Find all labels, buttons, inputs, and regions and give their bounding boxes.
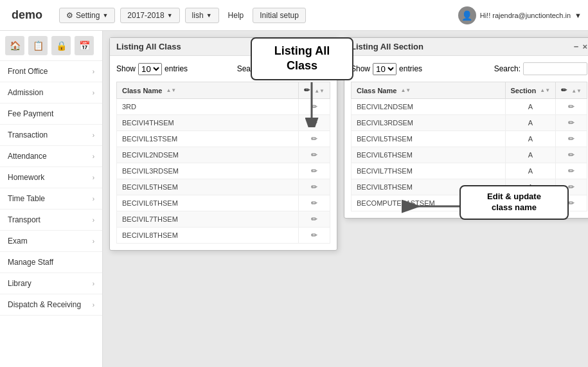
- sidebar-item-exam[interactable]: Exam›: [0, 231, 102, 252]
- sidebar-item-dispatch[interactable]: Dispatch & Receiving›: [0, 294, 102, 316]
- col-section-right: Section ▲▼: [505, 82, 556, 99]
- table-row: BECIVIL5THSEM ✏: [117, 179, 330, 195]
- chevron-right-icon: ›: [93, 301, 94, 309]
- edit-icon[interactable]: ✏: [311, 199, 317, 208]
- chevron-right-icon: ›: [93, 174, 94, 181]
- edit-icon[interactable]: ✏: [568, 199, 575, 208]
- sort-icon-section-right[interactable]: ▲▼: [540, 88, 550, 93]
- sort-icon-class-left[interactable]: ▲▼: [166, 88, 176, 93]
- edit-icon[interactable]: ✏: [568, 183, 575, 192]
- sidebar-item-admission[interactable]: Admission›: [0, 82, 102, 103]
- table-row: BECIVIL6THSEM A ✏: [352, 147, 587, 163]
- lock-icon[interactable]: 🔒: [51, 36, 71, 55]
- edit-cell[interactable]: ✏: [299, 179, 330, 195]
- edit-cell[interactable]: ✏: [556, 163, 587, 179]
- table-row: BECIVIL7THSEM ✏: [117, 211, 330, 228]
- class-name-cell: BECIVIL2NDSEM: [352, 99, 506, 115]
- home-icon[interactable]: 🏠: [5, 36, 24, 55]
- chevron-right-icon: ›: [93, 68, 94, 75]
- edit-icon[interactable]: ✏: [311, 134, 317, 143]
- class-name-cell: BECIVIL6THSEM: [117, 195, 299, 211]
- edit-cell[interactable]: ✏: [299, 228, 330, 244]
- edit-icon[interactable]: ✏: [311, 183, 317, 192]
- class-name-cell: BECIVIL3RDSEM: [352, 115, 506, 131]
- section-cell: A: [505, 163, 556, 179]
- edit-cell[interactable]: ✏: [299, 211, 330, 228]
- user-caret-icon: ▼: [575, 12, 582, 19]
- docs-icon[interactable]: 📋: [28, 36, 48, 55]
- table-row: BECIVIL3RDSEM ✏: [117, 163, 330, 179]
- chevron-right-icon: ›: [93, 238, 94, 245]
- edit-icon[interactable]: ✏: [311, 150, 317, 159]
- section-cell: A: [505, 131, 556, 147]
- table-row: BECIVIL5THSEM A ✏: [352, 131, 587, 147]
- sidebar-item-library[interactable]: Library›: [0, 273, 102, 294]
- minimize-button-right[interactable]: −: [574, 42, 579, 51]
- show-label-left: Show: [116, 64, 136, 73]
- section-cell: A: [505, 115, 556, 131]
- class-name-cell: BECIVIL5THSEM: [117, 179, 299, 195]
- edit-icon[interactable]: ✏: [568, 166, 575, 175]
- sidebar-icon-bar: 🏠 📋 🔒 📅: [0, 31, 102, 61]
- chevron-right-icon: ›: [93, 132, 94, 139]
- entries-label-left: entries: [165, 64, 188, 73]
- sidebar-item-front-office[interactable]: Front Office›: [0, 61, 102, 82]
- initial-setup-button[interactable]: Initial setup: [253, 8, 306, 23]
- show-label-right: Show: [351, 64, 370, 73]
- edit-cell[interactable]: ✏: [299, 163, 330, 179]
- calendar-icon[interactable]: 📅: [75, 36, 94, 55]
- table-row: BECIVIL8THSEM ✏: [117, 228, 330, 244]
- edit-icon[interactable]: ✏: [568, 102, 575, 111]
- annotation-title-box: Listing AllClass: [251, 37, 353, 80]
- entries-label-right: entries: [399, 64, 422, 73]
- lang-caret-icon: ▼: [206, 12, 212, 19]
- edit-icon[interactable]: ✏: [568, 118, 575, 127]
- class-name-cell: BECIVIL7THSEM: [352, 163, 506, 179]
- edit-cell[interactable]: ✏: [299, 195, 330, 211]
- edit-cell[interactable]: ✏: [556, 99, 587, 115]
- edit-icon[interactable]: ✏: [311, 215, 317, 224]
- edit-cell[interactable]: ✏: [556, 131, 587, 147]
- edit-icon[interactable]: ✏: [311, 166, 317, 175]
- section-cell: A: [505, 99, 556, 115]
- arrow-down-icon: [292, 82, 331, 127]
- table-row: BECIVIL2NDSEM ✏: [117, 147, 330, 163]
- section-cell: A: [505, 147, 556, 163]
- chevron-right-icon: ›: [93, 89, 94, 96]
- arrow-left-icon: [395, 197, 466, 216]
- sidebar-item-transport[interactable]: Transport›: [0, 210, 102, 231]
- chevron-right-icon: ›: [93, 153, 94, 160]
- class-name-cell: 3RD: [117, 99, 299, 115]
- class-name-cell: BECIVIL5THSEM: [352, 131, 506, 147]
- year-button[interactable]: 2017-2018 ▼: [120, 8, 179, 23]
- entries-select-left[interactable]: 10 25 50: [138, 63, 162, 75]
- edit-icon[interactable]: ✏: [311, 231, 317, 240]
- edit-cell[interactable]: ✏: [556, 147, 587, 163]
- edit-icon[interactable]: ✏: [568, 150, 575, 159]
- content-area: Listing All Class − × Show 10 25 50: [103, 31, 588, 367]
- edit-cell[interactable]: ✏: [299, 131, 330, 147]
- setting-button[interactable]: ⚙ Setting ▼: [59, 8, 115, 23]
- sort-icon-class-right[interactable]: ▲▼: [400, 88, 411, 93]
- entries-select-right[interactable]: 10 25 50: [373, 63, 396, 75]
- search-input-right[interactable]: [523, 62, 587, 75]
- lang-button[interactable]: lish ▼: [185, 8, 219, 23]
- help-link[interactable]: Help: [224, 8, 248, 22]
- sidebar-item-fee-payment[interactable]: Fee Payment: [0, 103, 102, 125]
- annotation-edit-box: Edit & updateclass name: [459, 185, 569, 220]
- edit-cell[interactable]: ✏: [556, 115, 587, 131]
- setting-caret-icon: ▼: [102, 12, 108, 19]
- sidebar-item-homework[interactable]: Homework›: [0, 167, 102, 188]
- class-name-cell: BECIVIL1STSEM: [117, 131, 299, 147]
- sidebar-item-manage-staff[interactable]: Manage Staff: [0, 252, 102, 273]
- year-caret-icon: ▼: [167, 12, 173, 19]
- sidebar-item-attendance[interactable]: Attendance›: [0, 146, 102, 167]
- close-button-right[interactable]: ×: [582, 42, 587, 51]
- edit-cell[interactable]: ✏: [299, 147, 330, 163]
- edit-icon[interactable]: ✏: [568, 134, 575, 143]
- sidebar: 🏠 📋 🔒 📅 Front Office› Admission› Fee Pay…: [0, 31, 103, 367]
- table-row: BECIVIL3RDSEM A ✏: [352, 115, 587, 131]
- sidebar-item-transaction[interactable]: Transaction›: [0, 125, 102, 146]
- main-layout: 🏠 📋 🔒 📅 Front Office› Admission› Fee Pay…: [0, 31, 588, 367]
- sidebar-item-timetable[interactable]: Time Table›: [0, 188, 102, 210]
